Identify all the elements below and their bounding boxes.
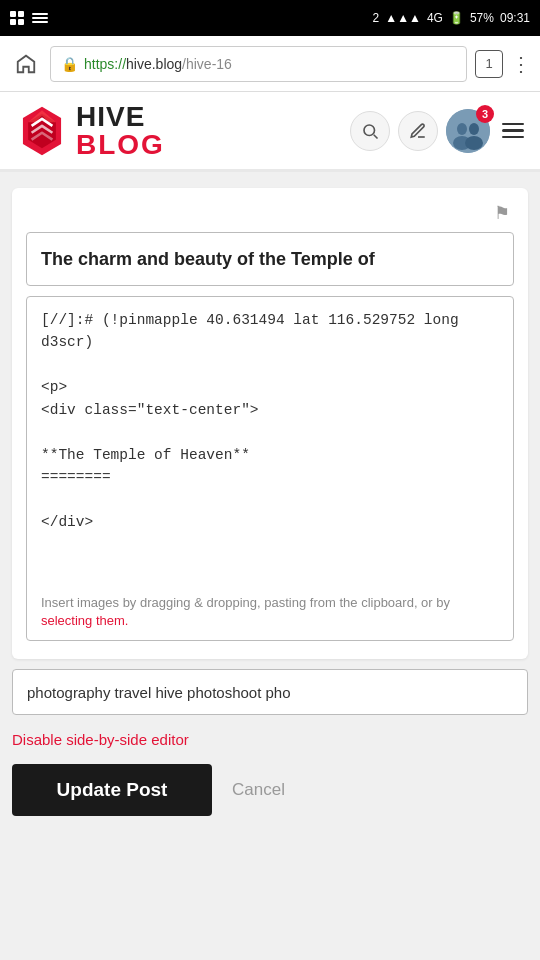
- notification-badge: 3: [476, 105, 494, 123]
- flag-row: ⚑: [26, 202, 514, 224]
- svg-line-4: [374, 134, 378, 138]
- editor-wrap: Insert images by dragging & dropping, pa…: [26, 296, 514, 641]
- browser-bar: 🔒 https://hive.blog/hive-16 1 ⋮: [0, 36, 540, 92]
- selecting-them-link[interactable]: selecting them.: [41, 613, 128, 628]
- logo-text: HIVE BLOG: [76, 103, 165, 159]
- nav-bar: HIVE BLOG: [0, 92, 540, 172]
- svg-point-3: [364, 125, 375, 136]
- post-body-editor[interactable]: [27, 297, 513, 582]
- hive-logo-icon: [16, 105, 68, 157]
- site-logo[interactable]: HIVE BLOG: [16, 103, 165, 159]
- time: 09:31: [500, 11, 530, 25]
- editor-card: ⚑ Insert images by dragging & dropping, …: [12, 188, 528, 659]
- post-title-input[interactable]: [26, 232, 514, 286]
- insert-hint: Insert images by dragging & dropping, pa…: [27, 586, 513, 640]
- buttons-row: Update Post Cancel: [12, 764, 528, 816]
- status-bar: 2 ▲▲▲ 4G 🔋 57% 09:31: [0, 0, 540, 36]
- cancel-button[interactable]: Cancel: [232, 780, 285, 800]
- insert-hint-text: Insert images by dragging & dropping, pa…: [41, 595, 450, 610]
- url-path: /hive-16: [182, 56, 232, 72]
- logo-blog: BLOG: [76, 131, 165, 159]
- flag-icon[interactable]: ⚑: [494, 202, 510, 224]
- nav-icons: 3: [350, 109, 524, 153]
- user-avatar-wrap[interactable]: 3: [446, 109, 490, 153]
- lock-icon: 🔒: [61, 56, 78, 72]
- browser-menu-dots[interactable]: ⋮: [511, 52, 530, 76]
- tags-input[interactable]: [12, 669, 528, 715]
- main-content: ⚑ Insert images by dragging & dropping, …: [0, 172, 540, 872]
- logo-hive: HIVE: [76, 103, 165, 131]
- hamburger-menu[interactable]: [502, 123, 524, 139]
- sim-indicator: 2: [373, 11, 380, 25]
- disable-editor-link[interactable]: Disable side-by-side editor: [12, 731, 528, 748]
- url-text: https://hive.blog/hive-16: [84, 56, 232, 72]
- menu-icon: [32, 13, 48, 23]
- url-domain: hive.blog: [126, 56, 182, 72]
- home-icon[interactable]: [10, 48, 42, 80]
- tab-count[interactable]: 1: [475, 50, 503, 78]
- update-post-button[interactable]: Update Post: [12, 764, 212, 816]
- svg-point-6: [457, 123, 467, 135]
- status-bar-left: [10, 11, 48, 25]
- url-https: https://: [84, 56, 126, 72]
- edit-button[interactable]: [398, 111, 438, 151]
- grid-icon: [10, 11, 24, 25]
- svg-point-9: [465, 136, 483, 150]
- svg-point-7: [469, 123, 479, 135]
- url-bar[interactable]: 🔒 https://hive.blog/hive-16: [50, 46, 467, 82]
- signal-icon: ▲▲▲: [385, 11, 421, 25]
- battery-level: 57%: [470, 11, 494, 25]
- battery-icon: 🔋: [449, 11, 464, 25]
- search-button[interactable]: [350, 111, 390, 151]
- network-type: 4G: [427, 11, 443, 25]
- status-bar-right: 2 ▲▲▲ 4G 🔋 57% 09:31: [373, 11, 530, 25]
